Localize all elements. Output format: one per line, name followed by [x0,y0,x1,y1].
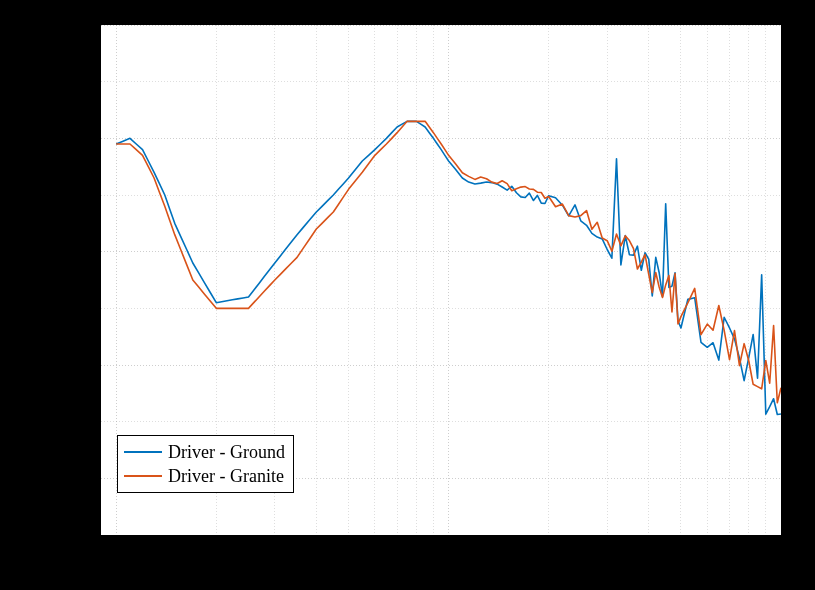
legend-label-ground: Driver - Ground [168,442,285,463]
legend-item-granite: Driver - Granite [124,464,285,488]
legend-item-ground: Driver - Ground [124,440,285,464]
legend: Driver - Ground Driver - Granite [117,435,294,493]
legend-swatch-ground [124,451,162,453]
legend-swatch-granite [124,475,162,477]
legend-label-granite: Driver - Granite [168,466,284,487]
chart-axes: Driver - Ground Driver - Granite [100,24,782,536]
figure: Driver - Ground Driver - Granite [0,0,815,590]
